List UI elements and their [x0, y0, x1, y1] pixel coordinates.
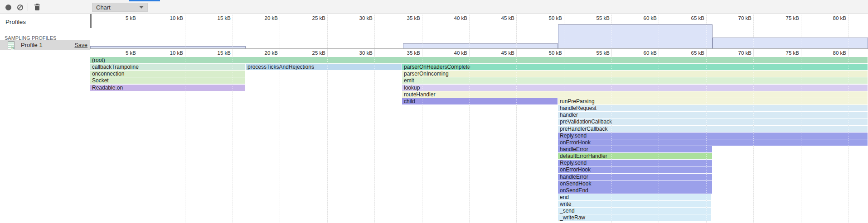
flame-bar-label: onSendHook [558, 180, 591, 187]
overview-gridline-dashed [564, 14, 564, 49]
flame-bar-label: parserOnIncoming [402, 71, 449, 77]
flame-bar[interactable]: preValidationCallback [558, 119, 868, 125]
flame-bar-label: defaultErrorHandler [558, 153, 607, 159]
sidebar-title: Profiles [0, 14, 90, 25]
flame-bar[interactable]: handleError [558, 174, 712, 180]
overview-ruler-tick: 15 kB [204, 15, 231, 21]
flame-bar[interactable]: preHandlerCallback [558, 126, 868, 132]
flame-bar-label: preValidationCallback [558, 119, 612, 125]
flame-ruler-tick: 20 kB [251, 50, 278, 56]
overview-area-step [558, 24, 713, 48]
flame-ruler-tick: 35 kB [393, 50, 420, 56]
flame-gridline-dashed [374, 57, 375, 223]
flame-gridline-dashed [848, 57, 849, 223]
flame-bar-label: preHandlerCallback [558, 126, 607, 132]
flame-bar[interactable]: Readable.on [90, 85, 245, 91]
flame-bar[interactable]: write_ [558, 201, 711, 207]
flame-bar[interactable]: child [402, 98, 558, 104]
overview-area-step [90, 46, 246, 48]
sampling-profiles-section-label: SAMPLING PROFILES [0, 25, 90, 41]
flame-bar[interactable]: handleError [558, 146, 712, 152]
flame-ruler-tick: 75 kB [772, 50, 799, 56]
scrollbar-thumb[interactable] [90, 14, 92, 28]
flame-bar[interactable]: onErrorHook [558, 139, 868, 146]
flame-bar-label: onSendEnd [558, 187, 588, 194]
flame-bar[interactable]: parserOnIncoming [402, 71, 868, 77]
profile-icon: % [8, 41, 15, 49]
flame-bar[interactable]: handler [558, 112, 868, 118]
flame-bar[interactable]: Socket [90, 77, 245, 84]
flame-ruler-tick: 65 kB [677, 50, 704, 56]
overview-ruler-tick: 60 kB [630, 15, 657, 21]
flame-bar-label: onErrorHook [558, 139, 591, 146]
overview-gridline-dashed [280, 14, 280, 49]
flame-bar[interactable]: runPreParsing [558, 98, 868, 104]
trash-icon [34, 5, 40, 10]
flame-bar[interactable]: _send [558, 208, 711, 214]
flame-gridline-dashed [280, 57, 280, 223]
flame-bar-label: emit [402, 77, 414, 84]
flame-bar[interactable]: emit [402, 77, 868, 84]
flame-bar[interactable]: Reply.send [558, 160, 712, 166]
flame-bar[interactable]: end [558, 194, 711, 200]
profiles-sidebar: Profiles SAMPLING PROFILES % Profile 1 S… [0, 14, 90, 223]
flame-bar[interactable]: onErrorHook [558, 166, 712, 173]
overview-ruler-tick: 75 kB [772, 15, 799, 21]
overview-gridline-dashed [659, 14, 659, 49]
flame-ruler-tick: 80 kB [819, 50, 846, 56]
overview-area-step [713, 38, 868, 48]
overview-ruler-tick: 35 kB [393, 15, 420, 21]
flame-ruler-tick: 70 kB [724, 50, 752, 56]
flame-bar-label: routeHandler [402, 91, 435, 98]
overview-ruler-tick: 45 kB [487, 15, 514, 21]
active-tab-indicator [129, 0, 160, 1]
flame-bar[interactable]: callbackTrampoline [90, 64, 245, 70]
overview-ruler-tick: 25 kB [298, 15, 325, 21]
flame-bar-label: Reply.send [558, 133, 587, 139]
flame-gridline-dashed [801, 57, 801, 223]
delete-profile-button[interactable] [33, 3, 41, 11]
flame-bar[interactable]: _writeRaw [558, 214, 711, 221]
flame-bar-label: handleError [558, 146, 588, 152]
save-link[interactable]: Save [75, 42, 88, 48]
flame-gridline-dashed [659, 57, 659, 223]
overview-ruler-tick: 40 kB [440, 15, 467, 21]
view-mode-select[interactable]: Chart [92, 3, 148, 12]
flame-gridline-dashed [327, 57, 328, 223]
flame-bar[interactable]: onSendEnd [558, 187, 712, 194]
overview-gridline-dashed [706, 14, 707, 49]
flame-bar-label: handleError [558, 174, 588, 180]
flame-bar-label: parserOnHeadersComplete [402, 64, 470, 70]
overview-ruler-tick: 30 kB [345, 15, 373, 21]
flame-bar[interactable]: onconnection [90, 71, 245, 77]
flame-gridline-dashed [469, 57, 470, 223]
flame-bar[interactable]: defaultErrorHandler [558, 153, 712, 159]
flame-bar[interactable]: parserOnHeadersComplete [402, 64, 868, 70]
flame-gridline-dashed [611, 57, 612, 223]
overview-gridline-dashed [753, 14, 754, 49]
memory-overview[interactable]: 5 kB10 kB15 kB20 kB25 kB30 kB35 kB40 kB4… [90, 14, 868, 49]
flame-bar[interactable]: handleRequest [558, 105, 868, 111]
flame-bar[interactable]: processTicksAndRejections [246, 64, 402, 70]
overview-gridline-dashed [138, 14, 138, 49]
profile-row[interactable]: % Profile 1 Save [0, 40, 90, 50]
flame-gridline-dashed [564, 57, 564, 223]
flame-bar[interactable]: lookup [402, 85, 868, 91]
flame-bar[interactable]: (root) [90, 57, 868, 63]
overview-gridline-dashed [422, 14, 422, 49]
allocation-chart-panel: 5 kB10 kB15 kB20 kB25 kB30 kB35 kB40 kB4… [90, 14, 868, 223]
flame-bar-label: write_ [558, 201, 574, 207]
overview-ruler-tick: 70 kB [724, 15, 752, 21]
flame-bar[interactable]: routeHandler [402, 91, 868, 98]
flame-bar[interactable]: onSendHook [558, 180, 712, 187]
chevron-down-icon [139, 6, 144, 9]
overview-ruler-tick: 80 kB [819, 15, 846, 21]
clear-all-button[interactable] [16, 3, 24, 11]
flame-gridline-dashed [185, 57, 185, 223]
flame-chart[interactable]: 5 kB10 kB15 kB20 kB25 kB30 kB35 kB40 kB4… [90, 49, 868, 223]
clear-icon [17, 5, 23, 10]
flame-gridline-dashed [516, 57, 517, 223]
flame-ruler-tick: 55 kB [582, 50, 610, 56]
record-button[interactable] [4, 3, 12, 11]
flame-bar[interactable]: Reply.send [558, 133, 868, 139]
